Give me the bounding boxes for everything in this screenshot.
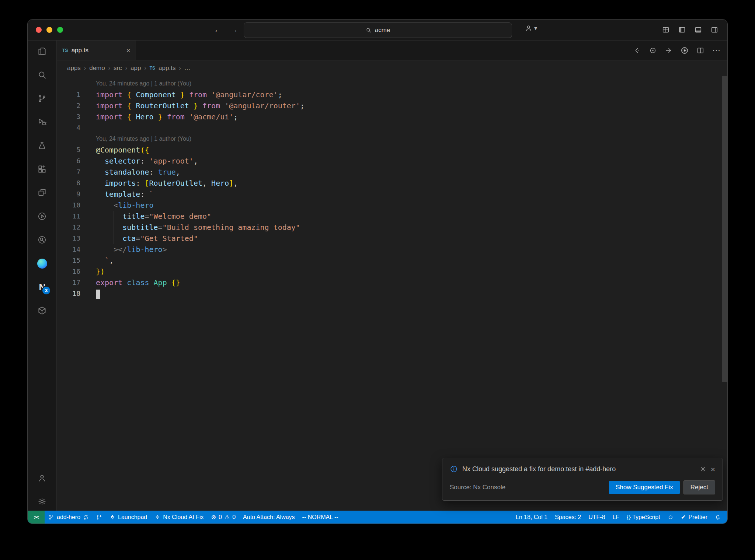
- breadcrumb-item[interactable]: app.ts: [159, 64, 175, 72]
- more-actions-icon[interactable]: ⋯: [712, 46, 721, 55]
- split-editor-icon[interactable]: [696, 46, 704, 55]
- notification-settings-gear-icon[interactable]: [700, 466, 706, 472]
- formatter-indicator[interactable]: ✔ Prettier: [677, 511, 711, 524]
- branch-plus-indicator[interactable]: [93, 511, 106, 524]
- auto-attach-indicator[interactable]: Auto Attach: Always: [239, 511, 299, 524]
- run-and-debug-icon[interactable]: [36, 116, 48, 127]
- eol-indicator[interactable]: LF: [609, 511, 623, 524]
- chevron-down-icon: ▾: [534, 25, 537, 32]
- customize-layout-icon[interactable]: [662, 26, 670, 34]
- toggle-secondary-sidebar-icon[interactable]: [710, 26, 719, 34]
- tab-app-ts[interactable]: TS app.ts ×: [57, 41, 136, 60]
- inspect-icon[interactable]: [36, 234, 48, 245]
- code-line[interactable]: 3import { Hero } from '@acme/ui';: [57, 111, 727, 122]
- run-circle-icon[interactable]: [36, 211, 48, 222]
- feedback-indicator[interactable]: ☺: [664, 511, 677, 524]
- code-line[interactable]: 14></lib-hero>: [57, 244, 727, 255]
- breadcrumb-separator-icon: ›: [179, 65, 181, 71]
- launchpad-indicator[interactable]: Launchpad: [106, 511, 151, 524]
- breadcrumb-item[interactable]: src: [114, 64, 122, 72]
- windows-icon[interactable]: [36, 187, 48, 198]
- code-line[interactable]: 16}): [57, 266, 727, 277]
- layout-controls: [662, 20, 719, 40]
- status-bar-right: Ln 18, Col 1 Spaces: 2 UTF-8 LF {} TypeS…: [512, 511, 727, 524]
- language-mode-indicator[interactable]: {} TypeScript: [623, 511, 664, 524]
- code-line[interactable]: 1import { Component } from '@angular/cor…: [57, 89, 727, 100]
- branch-indicator[interactable]: add-hero: [45, 511, 93, 524]
- line-content: template: `: [80, 189, 154, 200]
- testing-icon[interactable]: [36, 140, 48, 151]
- breadcrumb-item[interactable]: app: [131, 64, 141, 72]
- code-line[interactable]: 2import { RouterOutlet } from '@angular/…: [57, 100, 727, 111]
- code-line[interactable]: 9template: `: [57, 189, 727, 200]
- close-tab-icon[interactable]: ×: [126, 47, 131, 54]
- search-icon[interactable]: [36, 69, 48, 80]
- code-line[interactable]: 10<lib-hero: [57, 200, 727, 211]
- cube-icon[interactable]: [36, 305, 48, 316]
- notification-close-icon[interactable]: ×: [711, 465, 715, 473]
- profile-menu[interactable]: ▾: [525, 24, 537, 32]
- code-line[interactable]: 13cta="Get Started": [57, 233, 727, 244]
- breadcrumb: apps › demo › src › app › TS app.ts › …: [57, 60, 727, 76]
- run-to-cursor-icon[interactable]: [665, 46, 673, 55]
- nx-badge: 3: [42, 286, 51, 295]
- editor[interactable]: You, 24 minutes ago | 1 author (You)1imp…: [57, 76, 727, 511]
- nx-console-icon[interactable]: N 3: [36, 281, 48, 293]
- code-line[interactable]: 18: [57, 288, 727, 299]
- code-line[interactable]: 17export class App {}: [57, 277, 727, 288]
- sparkle-icon: [154, 514, 160, 520]
- blame-annotation[interactable]: You, 24 minutes ago | 1 author (You): [57, 78, 727, 89]
- target-icon[interactable]: [649, 46, 657, 55]
- vertical-scrollbar[interactable]: [722, 76, 727, 382]
- code-line[interactable]: 5@Component({: [57, 144, 727, 155]
- zoom-window-button[interactable]: [57, 27, 63, 33]
- run-file-icon[interactable]: [681, 46, 689, 55]
- breadcrumb-item[interactable]: apps: [67, 64, 81, 72]
- code-line[interactable]: 8imports: [RouterOutlet, Hero],: [57, 178, 727, 189]
- cursor-position-label: Ln 18, Col 1: [516, 514, 547, 521]
- settings-gear-icon[interactable]: [36, 496, 48, 507]
- navigate-forward-button[interactable]: →: [230, 25, 238, 35]
- edge-icon[interactable]: [36, 258, 48, 269]
- breadcrumb-item[interactable]: …: [184, 64, 191, 72]
- line-content: imports: [RouterOutlet, Hero],: [80, 178, 238, 189]
- navigate-back-button[interactable]: ←: [214, 25, 222, 35]
- auto-attach-label: Auto Attach: Always: [243, 514, 295, 521]
- line-content: <lib-hero: [80, 200, 154, 211]
- encoding-indicator[interactable]: UTF-8: [585, 511, 609, 524]
- code-line[interactable]: 7standalone: true,: [57, 167, 727, 178]
- code-lines: You, 24 minutes ago | 1 author (You)1imp…: [57, 78, 727, 299]
- blame-annotation[interactable]: You, 24 minutes ago | 1 author (You): [57, 133, 727, 144]
- nx-cloud-fix-indicator[interactable]: Nx Cloud AI Fix: [151, 511, 207, 524]
- vim-mode-indicator[interactable]: -- NORMAL --: [299, 511, 342, 524]
- eol-label: LF: [613, 514, 620, 521]
- line-content: [80, 288, 100, 299]
- source-control-icon[interactable]: [36, 93, 48, 104]
- code-line[interactable]: 6selector: 'app-root',: [57, 155, 727, 167]
- code-line[interactable]: 4: [57, 122, 727, 133]
- code-line[interactable]: 11title="Welcmoe demo": [57, 211, 727, 222]
- problems-indicator[interactable]: ⊗ 0 ⚠ 0: [208, 511, 240, 524]
- extensions-icon[interactable]: [36, 164, 48, 175]
- formatter-label: Prettier: [688, 514, 707, 521]
- toggle-sidebar-icon[interactable]: [678, 26, 686, 34]
- show-suggested-fix-button[interactable]: Show Suggested Fix: [609, 481, 680, 494]
- remote-indicator[interactable]: ><: [28, 511, 45, 524]
- cursor-position-indicator[interactable]: Ln 18, Col 1: [512, 511, 551, 524]
- code-line[interactable]: 15`,: [57, 255, 727, 266]
- code-line[interactable]: 12subtitle="Build something amazing toda…: [57, 222, 727, 233]
- breadcrumb-item[interactable]: demo: [89, 64, 105, 72]
- explorer-icon[interactable]: [36, 46, 48, 57]
- command-center-search[interactable]: acme: [244, 22, 512, 38]
- minimize-window-button[interactable]: [46, 27, 52, 33]
- toggle-panel-icon[interactable]: [694, 26, 702, 34]
- close-window-button[interactable]: [36, 27, 42, 33]
- encoding-label: UTF-8: [588, 514, 605, 521]
- breadcrumb-separator-icon: ›: [125, 65, 127, 71]
- branch-icon: [48, 514, 54, 520]
- notifications-indicator[interactable]: [711, 511, 724, 524]
- accounts-icon[interactable]: [36, 472, 48, 483]
- nav-back-icon[interactable]: [633, 46, 641, 55]
- reject-button[interactable]: Reject: [683, 480, 715, 494]
- indentation-indicator[interactable]: Spaces: 2: [551, 511, 585, 524]
